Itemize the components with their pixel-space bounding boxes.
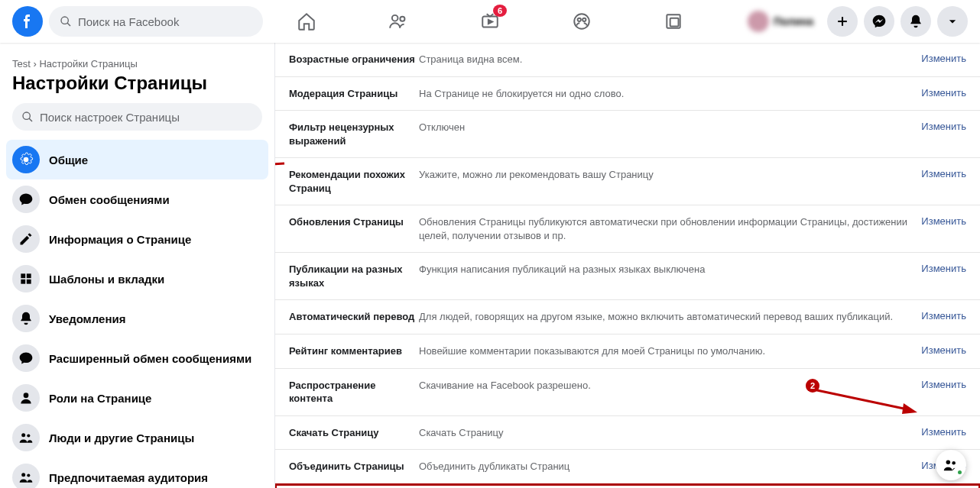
groups-icon <box>572 11 592 31</box>
svg-point-0 <box>61 17 68 24</box>
facebook-logo[interactable] <box>12 6 43 37</box>
sidebar-item-8[interactable]: Предпочитаемая аудитория <box>6 457 268 488</box>
row-desc: Отключен <box>419 121 921 134</box>
messenger-button[interactable] <box>864 6 894 37</box>
svg-rect-14 <box>21 273 25 278</box>
sidebar-search[interactable]: Поиск настроек Страницы <box>12 103 262 131</box>
search-icon <box>21 111 34 123</box>
settings-row-11: Удалить СтраницуУдалить СтраницуИзменить <box>275 484 980 488</box>
nav-watch[interactable]: 6 <box>447 0 533 43</box>
chat-icon <box>12 186 40 213</box>
row-edit-link[interactable]: Изменить <box>921 53 966 64</box>
notifications-button[interactable] <box>900 6 931 37</box>
settings-row-2: Фильтр нецензурных выраженийОтключенИзме… <box>275 111 980 158</box>
center-nav: 6 <box>264 0 716 43</box>
sidebar-item-1[interactable]: Обмен сообщениями <box>6 179 268 219</box>
gaming-icon <box>664 11 683 31</box>
annotation-badge-2: 2 <box>806 379 819 393</box>
people-icon <box>12 464 40 488</box>
row-edit-link[interactable]: Изменить <box>921 426 966 438</box>
svg-rect-15 <box>27 273 31 278</box>
row-label: Фильтр нецензурных выражений <box>289 121 419 147</box>
annotation-arrow-1 <box>275 157 286 173</box>
sidebar-item-7[interactable]: Люди и другие Страницы <box>6 418 268 457</box>
svg-rect-17 <box>27 280 31 284</box>
nav-groups[interactable] <box>539 0 625 43</box>
svg-point-7 <box>582 18 586 21</box>
sidebar-item-label: Роли на Странице <box>49 392 151 405</box>
row-edit-link[interactable]: Изменить <box>921 310 966 322</box>
sidebar-item-6[interactable]: Роли на Странице <box>6 378 268 418</box>
settings-row-3: Рекомендации похожих СтраницУкажите, мож… <box>275 158 980 205</box>
row-edit-link[interactable]: Изменить <box>921 263 966 274</box>
row-desc: Функция написания публикаций на разных я… <box>419 263 921 276</box>
messenger-icon <box>871 14 887 29</box>
sidebar-item-label: Расширенный обмен сообщениями <box>49 352 251 365</box>
global-search[interactable]: Поиск на Facebook <box>49 6 263 37</box>
row-edit-link[interactable]: Изменить <box>921 121 966 132</box>
online-dot <box>956 469 963 476</box>
sidebar: Test › Настройки Страницы Настройки Стра… <box>0 43 275 488</box>
settings-row-6: Автоматический переводДля людей, говорящ… <box>275 300 980 334</box>
sidebar-item-3[interactable]: Шаблоны и вкладки <box>6 259 268 299</box>
sidebar-item-label: Информация о Странице <box>49 233 191 246</box>
row-label: Обновления Страницы <box>289 215 419 229</box>
row-label: Рейтинг комментариев <box>289 344 419 358</box>
person-icon <box>12 384 40 412</box>
row-label: Автоматический перевод <box>289 310 419 324</box>
svg-point-29 <box>952 461 956 465</box>
main-content: Возрастные ограниченияСтраница видна все… <box>275 43 980 488</box>
sidebar-item-4[interactable]: Уведомления <box>6 299 268 338</box>
row-edit-link[interactable]: Изменить <box>921 168 966 179</box>
svg-point-22 <box>27 473 30 477</box>
svg-marker-27 <box>902 403 917 414</box>
row-desc: Для людей, говорящих на другом языке, мо… <box>419 310 921 324</box>
right-nav: Полина <box>745 6 968 37</box>
nav-friends[interactable] <box>355 0 441 43</box>
top-nav: Поиск на Facebook 6 Полина <box>0 0 980 43</box>
watch-badge: 6 <box>493 5 507 17</box>
chat-fab[interactable] <box>936 450 966 480</box>
svg-rect-16 <box>21 280 25 284</box>
bell-icon <box>908 14 923 29</box>
svg-point-21 <box>21 473 25 477</box>
settings-row-7: Рейтинг комментариевНовейшие комментарии… <box>275 334 980 369</box>
row-desc: Страница видна всем. <box>419 53 921 66</box>
svg-point-5 <box>574 14 589 29</box>
row-edit-link[interactable]: Изменить <box>921 344 966 356</box>
sidebar-item-2[interactable]: Информация о Странице <box>6 219 268 259</box>
create-button[interactable] <box>827 6 858 37</box>
pencil-icon <box>12 225 40 253</box>
row-edit-link[interactable]: Изменить <box>921 87 966 99</box>
breadcrumb[interactable]: Test › Настройки Страницы <box>12 58 262 69</box>
settings-row-10: Объединить СтраницыОбъединить дубликаты … <box>275 450 980 484</box>
row-edit-link[interactable]: Изменить <box>921 215 966 227</box>
sidebar-item-5[interactable]: Расширенный обмен сообщениями <box>6 338 268 378</box>
sidebar-item-label: Общие <box>49 154 88 166</box>
user-chip[interactable]: Полина <box>745 8 821 35</box>
facebook-f-icon <box>18 12 37 31</box>
row-desc: На Странице не блокируется ни одно слово… <box>419 87 921 101</box>
sidebar-item-label: Люди и другие Страницы <box>49 431 194 444</box>
svg-line-26 <box>813 389 907 409</box>
grid-icon <box>12 265 40 292</box>
account-menu-button[interactable] <box>937 6 968 37</box>
user-avatar <box>748 11 769 32</box>
nav-home[interactable] <box>264 0 349 43</box>
nav-gaming[interactable] <box>631 0 716 43</box>
svg-point-19 <box>21 433 25 437</box>
settings-row-9: Скачать СтраницуСкачать СтраницуИзменить <box>275 416 980 451</box>
row-edit-link[interactable]: Изменить <box>921 379 966 390</box>
svg-point-28 <box>946 461 951 465</box>
sidebar-item-label: Обмен сообщениями <box>49 193 170 206</box>
sidebar-item-0[interactable]: Общие <box>6 140 268 179</box>
settings-row-0: Возрастные ограниченияСтраница видна все… <box>275 43 980 77</box>
svg-rect-9 <box>670 18 679 27</box>
svg-point-6 <box>578 18 581 21</box>
row-label: Объединить Страницы <box>289 460 419 473</box>
global-search-placeholder: Поиск на Facebook <box>78 15 179 28</box>
svg-line-1 <box>67 23 70 26</box>
svg-line-24 <box>275 163 284 168</box>
sidebar-item-label: Шаблоны и вкладки <box>49 273 164 286</box>
sidebar-item-label: Уведомления <box>49 312 125 325</box>
